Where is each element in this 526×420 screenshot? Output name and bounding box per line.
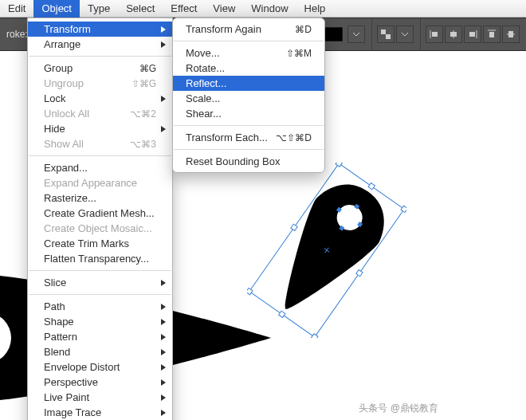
transform-submenu-item-transform-each-[interactable]: Transform Each...⌥⇧⌘D	[173, 130, 324, 145]
object-menu-item-create-trim-marks[interactable]: Create Trim Marks	[28, 236, 172, 251]
object-menu-item-blend[interactable]: Blend	[28, 344, 172, 359]
submenu-arrow-icon	[161, 410, 166, 416]
transform-submenu-separator	[174, 41, 324, 41]
object-menu-item-slice[interactable]: Slice	[28, 275, 172, 290]
transform-submenu-item-transform-again[interactable]: Transform Again⌘D	[173, 22, 324, 37]
align-right-icon[interactable]	[464, 26, 481, 43]
menu-object[interactable]: Object	[33, 0, 80, 18]
object-menu-separator	[29, 155, 171, 156]
submenu-arrow-icon	[161, 304, 166, 310]
object-menu-separator	[29, 294, 171, 295]
object-menu-item-arrange[interactable]: Arrange	[28, 37, 172, 52]
object-menu-dropdown: TransformArrangeGroup⌘GUngroup⇧⌘GLockUnl…	[27, 18, 173, 420]
object-menu-item-ungroup: Ungroup⇧⌘G	[28, 76, 172, 91]
menu-type[interactable]: Type	[80, 0, 118, 18]
menubar: EditObjectTypeSelectEffectViewWindowHelp	[0, 0, 526, 18]
transform-submenu-item-reflect-[interactable]: Reflect...	[173, 76, 324, 91]
menu-effect[interactable]: Effect	[163, 0, 205, 18]
selection-bounds	[247, 163, 406, 338]
opacity-dropdown-icon[interactable]	[396, 26, 414, 43]
object-menu-item-pattern[interactable]: Pattern	[28, 329, 172, 344]
menu-select[interactable]: Select	[118, 0, 163, 18]
menu-item-label: Transform Each...	[186, 131, 268, 143]
menu-item-label: Move...	[186, 47, 220, 59]
menu-item-label: Perspective	[44, 376, 98, 388]
object-menu-item-group[interactable]: Group⌘G	[28, 61, 172, 76]
menu-item-label: Hide	[44, 123, 65, 135]
align-top-icon[interactable]	[483, 26, 500, 43]
menu-item-label: Reflect...	[186, 77, 226, 89]
object-menu-item-live-paint[interactable]: Live Paint	[28, 390, 172, 405]
menu-item-label: Slice	[44, 277, 66, 289]
menu-item-label: Ungroup	[44, 77, 84, 89]
menu-edit[interactable]: Edit	[0, 0, 33, 18]
menu-item-label: Pattern	[44, 331, 77, 343]
object-menu-item-flatten-transparency-[interactable]: Flatten Transparency...	[28, 251, 172, 266]
object-menu-item-image-trace[interactable]: Image Trace	[28, 405, 172, 420]
svg-rect-9	[489, 32, 494, 37]
submenu-arrow-icon	[161, 126, 166, 132]
object-menu-item-transform[interactable]: Transform	[28, 22, 172, 37]
menu-item-label: Blend	[44, 346, 70, 358]
object-menu-item-unlock-all: Unlock All⌥⌘2	[28, 106, 172, 121]
menu-item-label: Create Trim Marks	[44, 237, 129, 249]
transform-submenu-item-scale-[interactable]: Scale...	[173, 91, 324, 106]
align-center-h-icon[interactable]	[445, 26, 462, 43]
object-menu-item-shape[interactable]: Shape	[28, 314, 172, 329]
menu-item-label: Create Object Mosaic...	[44, 222, 152, 234]
menu-item-label: Create Gradient Mesh...	[44, 207, 155, 219]
submenu-arrow-icon	[161, 364, 166, 371]
object-menu-item-lock[interactable]: Lock	[28, 91, 172, 106]
transform-submenu-item-move-[interactable]: Move...⇧⌘M	[173, 45, 324, 61]
object-menu-item-perspective[interactable]: Perspective	[28, 375, 172, 390]
transform-submenu-separator	[174, 149, 324, 150]
menu-item-label: Arrange	[44, 38, 80, 50]
style-dropdown-icon[interactable]	[347, 26, 365, 43]
object-menu-item-create-object-mosaic-: Create Object Mosaic...	[28, 221, 172, 236]
svg-rect-15	[401, 206, 406, 212]
transform-submenu: Transform Again⌘DMove...⇧⌘MRotate...Refl…	[172, 18, 325, 173]
menu-item-label: Scale...	[186, 92, 220, 104]
menu-item-label: Shear...	[186, 108, 222, 120]
svg-rect-19	[279, 311, 285, 317]
menu-view[interactable]: View	[205, 0, 243, 18]
object-menu-item-path[interactable]: Path	[28, 299, 172, 314]
menu-item-label: Shape	[44, 316, 74, 328]
menu-item-shortcut: ⌥⇧⌘D	[276, 132, 312, 143]
object-menu-item-rasterize-[interactable]: Rasterize...	[28, 190, 172, 206]
selected-object-group[interactable]	[247, 163, 406, 338]
svg-rect-18	[368, 183, 375, 190]
svg-rect-0	[381, 29, 386, 34]
object-menu-item-show-all: Show All⌥⌘3	[28, 136, 172, 151]
menu-item-label: Transform Again	[186, 23, 261, 35]
submenu-arrow-icon	[161, 26, 166, 33]
menu-item-label: Show All	[44, 138, 84, 150]
menu-item-label: Reset Bounding Box	[186, 155, 281, 167]
object-menu-item-hide[interactable]: Hide	[28, 121, 172, 136]
object-menu-item-create-gradient-mesh-[interactable]: Create Gradient Mesh...	[28, 206, 172, 221]
submenu-arrow-icon	[161, 41, 166, 48]
transform-submenu-item-rotate-[interactable]: Rotate...	[173, 61, 324, 76]
opacity-icon[interactable]	[377, 26, 394, 43]
object-menu-item-expand-appearance: Expand Appearance	[28, 175, 172, 190]
menu-item-label: Envelope Distort	[44, 361, 120, 373]
align-center-v-icon[interactable]	[502, 26, 520, 43]
transform-submenu-item-shear-[interactable]: Shear...	[173, 106, 324, 121]
menu-item-shortcut: ⌥⌘3	[130, 139, 156, 150]
menu-item-label: Flatten Transparency...	[44, 253, 149, 265]
stroke-label: roke:	[6, 29, 28, 40]
svg-rect-20	[291, 224, 297, 230]
align-left-icon[interactable]	[426, 26, 443, 43]
menu-item-label: Live Paint	[44, 391, 89, 403]
submenu-arrow-icon	[161, 319, 166, 325]
submenu-arrow-icon	[161, 349, 166, 355]
menu-item-label: Rotate...	[186, 62, 225, 74]
menu-window[interactable]: Window	[243, 0, 296, 18]
menu-help[interactable]: Help	[296, 0, 334, 18]
transform-submenu-separator	[174, 125, 324, 126]
submenu-arrow-icon	[161, 394, 166, 401]
object-menu-item-envelope-distort[interactable]: Envelope Distort	[28, 359, 172, 375]
transform-submenu-item-reset-bounding-box[interactable]: Reset Bounding Box	[173, 154, 324, 169]
object-menu-item-expand-[interactable]: Expand...	[28, 160, 172, 175]
menu-item-label: Unlock All	[44, 108, 89, 120]
